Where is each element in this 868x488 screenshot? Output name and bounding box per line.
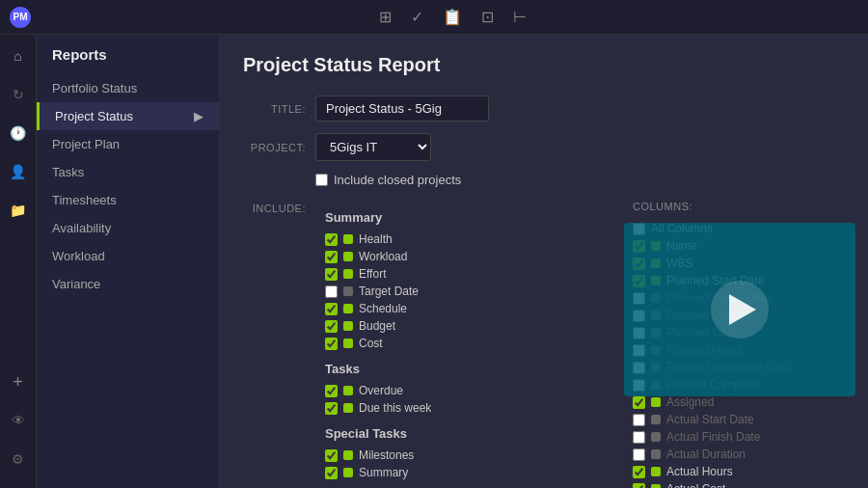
project-select[interactable]: 5Gigs IT [315,133,431,161]
toolbar-icons: ⊞ ✓ 📋 ⊡ ⊢ [379,8,527,26]
sidebar-label-portfolio: Portfolio Status [52,81,137,95]
content-area: Project Status Report TITLE: PROJECT: 5G… [220,35,868,488]
sidebar-item-portfolio[interactable]: Portfolio Status [37,74,219,102]
col-actual-duration-cb[interactable] [633,448,645,461]
sidebar-label-timesheets: Timesheets [52,193,117,207]
clipboard-icon[interactable]: 📋 [443,8,462,26]
budget-dot [343,321,353,331]
play-button[interactable] [711,281,769,339]
nav-add[interactable]: + [5,368,32,395]
left-nav: ⌂ ↻ 🕐 👤 📁 + 👁 ⚙ [0,35,37,488]
check-budget-cb[interactable] [325,320,338,333]
project-label: PROJECT: [243,142,306,153]
check-cost-cb[interactable] [325,338,338,350]
milestones-dot [343,450,353,460]
content-wrapper: Project Status Report TITLE: PROJECT: 5G… [243,54,845,488]
sidebar-item-variance[interactable]: Variance [37,270,219,298]
check-milestones-cb[interactable] [325,449,338,462]
grid-icon[interactable]: ⊞ [379,8,392,26]
sidebar-label-project-status: Project Status [55,109,133,123]
nav-clock[interactable]: 🕐 [5,120,32,147]
sidebar-item-workload[interactable]: Workload [37,242,219,270]
include-section: Summary Health Workload Effort [325,201,623,488]
page-title: Project Status Report [243,54,845,76]
check-health: Health [325,230,623,248]
check-target-date-cb[interactable] [325,285,338,298]
col-actual-finish-cb[interactable] [633,431,645,444]
sidebar-item-timesheets[interactable]: Timesheets [37,186,219,214]
cost-dot [343,339,353,348]
check-target-date: Target Date [325,283,623,300]
col-actual-start-cb[interactable] [633,414,645,426]
title-label: TITLE: [243,103,306,115]
summary-special-dot [343,468,353,477]
check-workload-cb[interactable] [325,251,338,263]
sidebar-label-variance: Variance [52,277,100,291]
title-row: TITLE: [243,95,845,122]
check-effort: Effort [325,265,623,283]
col-actual-hours: Actual Hours [633,463,845,480]
check-schedule: Schedule [325,300,623,317]
nav-home[interactable]: ⌂ [5,42,32,69]
overdue-dot [343,386,353,395]
check-summary-special: Summary [325,464,623,481]
check-icon[interactable]: ✓ [411,8,423,26]
top-toolbar: PM ⊞ ✓ 📋 ⊡ ⊢ [0,0,868,35]
tasks-title: Tasks [325,362,623,376]
sidebar-arrow-icon: ▶ [194,109,203,123]
columns-label: COLUMNS: [633,201,845,212]
sidebar-item-tasks[interactable]: Tasks [37,158,219,186]
check-overdue-cb[interactable] [325,385,338,397]
nav-eye[interactable]: 👁 [5,407,32,434]
sidebar-label-availability: Availability [52,221,111,235]
nav-refresh[interactable]: ↻ [5,81,32,108]
target-date-dot [343,286,353,296]
check-effort-cb[interactable] [325,268,338,281]
col-actual-cost: Actual Cost [633,480,845,488]
title-input[interactable] [315,95,489,122]
col-actual-start: Actual Start Date [633,411,845,428]
col-actual-finish: Actual Finish Date [633,428,845,446]
health-dot [343,234,353,244]
check-due-this-week: Due this week [325,399,623,417]
summary-title: Summary [325,210,623,225]
include-closed-label: Include closed projects [334,173,461,187]
include-closed-checkbox[interactable] [315,174,328,186]
include-closed-row: Include closed projects [315,173,845,187]
col-actual-duration: Actual Duration [633,446,845,463]
link-icon[interactable]: ⊡ [481,8,494,26]
video-overlay[interactable] [624,223,855,396]
effort-dot [343,269,353,279]
main-layout: ⌂ ↻ 🕐 👤 📁 + 👁 ⚙ Reports Portfolio Status… [0,35,868,488]
sidebar-label-project-plan: Project Plan [52,137,120,151]
special-tasks-title: Special Tasks [325,426,623,441]
check-workload: Workload [325,248,623,265]
sidebar-title: Reports [37,46,219,74]
col-assigned-cb[interactable] [633,396,645,409]
sidebar-item-availability[interactable]: Availability [37,214,219,242]
due-week-dot [343,403,353,413]
sidebar: Reports Portfolio Status Project Status … [37,35,220,488]
check-due-week-cb[interactable] [325,402,338,415]
workload-dot [343,252,353,261]
sidebar-label-tasks: Tasks [52,165,84,179]
app-logo: PM [10,7,31,28]
nav-folder[interactable]: 📁 [5,197,32,224]
nav-user[interactable]: 👤 [5,158,32,185]
check-summary-special-cb[interactable] [325,467,338,479]
check-schedule-cb[interactable] [325,303,338,315]
check-overdue: Overdue [325,382,623,399]
schedule-dot [343,304,353,313]
check-budget: Budget [325,317,623,335]
nav-settings[interactable]: ⚙ [5,446,32,473]
sidebar-item-project-plan[interactable]: Project Plan [37,130,219,158]
col-actual-hours-cb[interactable] [633,466,645,478]
check-cost: Cost [325,335,623,352]
check-health-cb[interactable] [325,233,338,246]
col-actual-cost-cb[interactable] [633,483,645,489]
sidebar-label-workload: Workload [52,249,105,263]
sidebar-item-project-status[interactable]: Project Status ▶ [37,102,219,130]
project-row: PROJECT: 5Gigs IT [243,133,845,161]
flow-icon[interactable]: ⊢ [513,8,527,26]
check-milestones: Milestones [325,447,623,464]
